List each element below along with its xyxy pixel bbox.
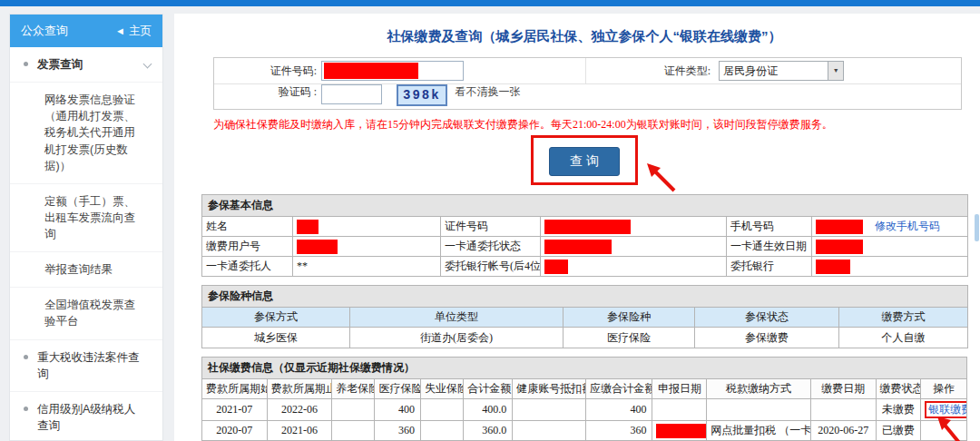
cell: 街道办(居委会) <box>350 328 564 348</box>
redacted-id-number <box>324 63 418 79</box>
home-link[interactable]: ◄ 主页 <box>115 24 152 39</box>
column-header: 合计金额 <box>464 379 513 399</box>
id-number-group: 证件号码: <box>214 58 586 83</box>
table-row: 2021-07 2022-06 400 400.0 400 未缴费 银联缴费 <box>202 399 967 421</box>
cell <box>652 421 707 441</box>
change-phone-link[interactable]: 修改手机号码 <box>875 220 940 232</box>
column-header: 参保方式 <box>202 308 350 328</box>
scrollbar-thumb[interactable] <box>975 214 979 241</box>
sidebar-item-quota-taxi-invoice[interactable]: 定额（手工）票、出租车发票流向查询 <box>10 184 162 252</box>
column-header: 参保状态 <box>695 308 839 328</box>
captcha-input[interactable] <box>321 84 382 104</box>
caret-down-icon: ▼ <box>828 62 843 80</box>
column-header: 缴费方式 <box>839 308 968 328</box>
table-row: 2020-07 2021-06 360 360.0 360 网点批量扣税 （一卡… <box>202 421 967 441</box>
id-type-value: 居民身份证 <box>720 64 828 79</box>
column-header: 参保险种 <box>564 308 695 328</box>
sidebar-item-label: 发票查询 <box>37 58 83 71</box>
cell: 医疗保险 <box>564 328 695 348</box>
sidebar-item-report-result[interactable]: 举报查询结果 <box>10 252 162 288</box>
cell: 个人自缴 <box>839 328 968 348</box>
home-label: 主页 <box>129 24 152 39</box>
query-form: 证件号码: 证件类型: 居民身份证 ▼ 验证码 : 398k 看不清换 <box>213 57 962 110</box>
cell: 2021-06 <box>267 421 332 441</box>
captcha-label: 验证码 : <box>214 84 321 109</box>
column-header: 医疗保险 <box>375 379 421 399</box>
cell: 360 <box>586 421 652 441</box>
sidebar-item-label: 定额（手工）票、出租车发票流向查询 <box>44 195 135 240</box>
column-header: 申报日期 <box>652 379 707 399</box>
column-header: 健康账号抵扣额 <box>513 379 586 399</box>
chevron-down-icon <box>143 60 152 69</box>
sidebar-item-major-tax-violation[interactable]: 重大税收违法案件查询 <box>10 340 162 392</box>
sidebar-item-invoice-query[interactable]: 发票查询 <box>10 47 162 83</box>
cell <box>332 399 375 421</box>
column-header: 应缴合计金额 <box>586 379 652 399</box>
annotation-box: 查 询 <box>531 135 638 185</box>
payment-info-table: 社保缴费信息（仅显示近期社保缴费情况） 费款所属期始 费款所属期止 养老保险 医… <box>201 357 967 441</box>
table-row: 城乡医保 街道办(居委会) 医疗保险 参保缴费 个人自缴 <box>202 328 968 348</box>
cell: 2022-06 <box>267 399 332 421</box>
id-type-group: 证件类型: 居民身份证 ▼ <box>586 58 961 83</box>
cell <box>652 399 707 421</box>
field-value <box>541 237 727 257</box>
payment-info-title: 社保缴费信息（仅显示近期社保缴费情况） <box>202 358 967 379</box>
cell: 360.0 <box>464 421 513 441</box>
bullet-icon <box>24 407 28 411</box>
bullet-icon <box>24 355 28 359</box>
field-label: 一卡通委托状态 <box>441 237 541 257</box>
column-header: 缴费日期 <box>810 379 876 399</box>
bullet-icon <box>24 62 28 66</box>
field-label: 姓名 <box>202 217 293 237</box>
cell: 城乡医保 <box>202 328 350 348</box>
sidebar-item-label: 网络发票信息验证（通用机打发票、税务机关代开通用机打发票(历史数据)） <box>44 93 135 172</box>
table-row: 一卡通委托人 ** 委托银行帐号(后4位) 委托银行 <box>202 257 968 277</box>
cell: 400 <box>586 399 652 421</box>
field-label: 委托银行帐号(后4位) <box>441 257 541 277</box>
query-button[interactable]: 查 询 <box>549 147 620 176</box>
cell: 已缴费 <box>876 421 921 441</box>
sidebar-item-network-invoice-verify[interactable]: 网络发票信息验证（通用机打发票、税务机关代开通用机打发票(历史数据)） <box>10 83 162 184</box>
column-header: 失业保险 <box>421 379 464 399</box>
id-type-label: 证件类型: <box>664 64 715 79</box>
warning-text: 为确保社保费能及时缴纳入库，请在15分钟内完成银联支付缴费操作。每天21:00-… <box>213 117 967 132</box>
captcha-refresh-link[interactable]: 看不清换一张 <box>456 84 521 109</box>
column-header: 费款所属期止 <box>267 379 332 399</box>
cell: 网点批量扣税 （一卡通） <box>707 421 811 441</box>
table-header-row: 费款所属期始 费款所属期止 养老保险 医疗保险 失业保险 合计金额 健康账号抵扣… <box>202 379 967 399</box>
back-arrow-icon: ◄ <box>115 25 125 36</box>
redacted-value <box>297 220 318 234</box>
field-label: 证件号码 <box>441 217 541 237</box>
sidebar-item-label: 举报查询结果 <box>44 263 113 276</box>
top-header-strip <box>0 0 980 6</box>
cell: 参保缴费 <box>695 328 839 348</box>
field-label: 委托银行 <box>727 257 812 277</box>
column-header: 缴费状态 <box>876 379 921 399</box>
redacted-value <box>656 424 706 438</box>
cell <box>421 421 464 441</box>
id-type-select[interactable]: 居民身份证 ▼ <box>719 61 844 81</box>
cell: 2021-07 <box>202 399 268 421</box>
cell <box>513 399 586 421</box>
sidebar-item-label: 全国增值税发票查验平台 <box>44 299 135 328</box>
captcha-image[interactable]: 398k <box>397 84 447 106</box>
field-value: 修改手机号码 <box>812 217 968 237</box>
sidebar-item-label: 信用级别A级纳税人查询 <box>37 403 135 432</box>
sidebar-item-credit-a-taxpayer[interactable]: 信用级别A级纳税人查询 <box>10 392 162 441</box>
table-header-row: 参保方式 单位类型 参保险种 参保状态 缴费方式 <box>202 308 968 328</box>
cell <box>810 399 876 421</box>
sidebar-item-vat-invoice-platform[interactable]: 全国增值税发票查验平台 <box>10 288 162 339</box>
sidebar-item-label: 重大税收违法案件查询 <box>37 351 140 380</box>
table-row: 姓名 证件号码 手机号码 修改手机号码 <box>202 217 968 237</box>
cell <box>421 399 464 421</box>
sidebar-header: 公众查询 ◄ 主页 <box>10 15 162 47</box>
column-header: 操作 <box>921 379 967 399</box>
field-label: 一卡通委托人 <box>202 257 293 277</box>
id-number-input[interactable] <box>321 61 464 81</box>
table-row: 缴费用户号 一卡通委托状态 一卡通生效日期 <box>202 237 968 257</box>
sidebar: 公众查询 ◄ 主页 发票查询 网络发票信息验证（通用机打发票、税务机关代开通用机… <box>9 14 163 441</box>
redacted-value <box>544 240 612 254</box>
field-value <box>541 257 727 277</box>
basic-info-title: 参保基本信息 <box>202 195 968 217</box>
unionpay-pay-link[interactable]: 银联缴费 <box>928 403 966 416</box>
